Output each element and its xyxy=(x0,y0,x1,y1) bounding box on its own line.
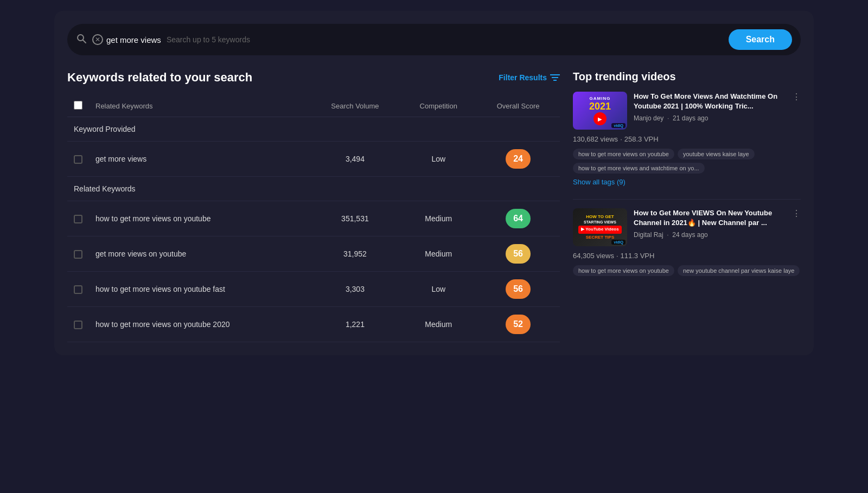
video-meta-1: Manjo dey · 21 days ago xyxy=(634,114,801,122)
table-row: get more views 3,494 Low 24 xyxy=(67,142,560,177)
main-content: Keywords related to your search Filter R… xyxy=(67,71,801,342)
video-divider xyxy=(573,199,801,200)
time-ago-1: 21 days ago xyxy=(673,114,708,122)
competition-cell: Medium xyxy=(400,201,476,236)
keyword-cell: how to get more views on youtube 2020 xyxy=(89,307,309,342)
video-tags-1: how to get more views on youtube youtube… xyxy=(573,149,801,174)
score-badge: 24 xyxy=(506,149,531,169)
group-label-related: Related Keywords xyxy=(67,177,560,201)
time-ago-2: 24 days ago xyxy=(672,231,707,239)
search-bar: ✕ get more views Search up to 5 keywords… xyxy=(67,24,801,55)
show-all-tags-1[interactable]: Show all tags (9) xyxy=(573,178,801,186)
channel-name-2: Digital Raj xyxy=(634,231,663,239)
video-info-2: ⋮ How to Get More VIEWS On New Youtube C… xyxy=(634,208,801,246)
video-tags-2: how to get more views on youtube new you… xyxy=(573,265,801,276)
keyword-tag: ✕ get more views xyxy=(92,34,161,45)
score-cell: 24 xyxy=(476,142,560,177)
volume-cell: 351,531 xyxy=(309,201,400,236)
score-cell: 64 xyxy=(476,201,560,236)
table-row: get more views on youtube 31,952 Medium … xyxy=(67,236,560,272)
section-header: Keywords related to your search Filter R… xyxy=(67,71,560,85)
views-1: 130,682 views xyxy=(573,135,618,143)
vph-1: 258.3 VPH xyxy=(624,135,659,143)
keyword-cell: how to get more views on youtube xyxy=(89,201,309,236)
row-checkbox-cell xyxy=(67,142,89,177)
competition-cell: Low xyxy=(400,142,476,177)
more-options-button-1[interactable]: ⋮ xyxy=(792,92,801,102)
vph-2: 111.3 VPH xyxy=(621,252,655,260)
keywords-section-title: Keywords related to your search xyxy=(67,71,252,85)
row-checkbox-cell xyxy=(67,307,89,342)
tag-item[interactable]: how to get more views on youtube xyxy=(573,149,674,159)
tag-item[interactable]: youtube views kaise laye xyxy=(678,149,755,159)
row-checkbox[interactable] xyxy=(74,285,82,294)
score-cell: 56 xyxy=(476,272,560,307)
search-placeholder: Search up to 5 keywords xyxy=(167,35,723,44)
keyword-text: get more views xyxy=(106,35,161,44)
video-title-2: How to Get More VIEWS On New Youtube Cha… xyxy=(634,208,801,228)
keyword-cell: get more views on youtube xyxy=(89,236,309,272)
video-info-1: ⋮ How To Get More Views And Watchtime On… xyxy=(634,92,801,130)
keyword-cell: get more views xyxy=(89,142,309,177)
search-icon xyxy=(76,33,87,47)
score-cell: 56 xyxy=(476,236,560,272)
video-thumb-2[interactable]: HOW TO GET STARTING VIEWS ▶ YouTube Vide… xyxy=(573,208,627,246)
score-badge: 56 xyxy=(506,244,531,264)
tag-item[interactable]: how to get more views on youtube xyxy=(573,265,674,276)
table-row: how to get more views on youtube 351,531… xyxy=(67,201,560,236)
video-meta-2: Digital Raj · 24 days ago xyxy=(634,231,801,239)
video-top-1: GAMING 2021 ▶ vidIQ ⋮ How To Get More Vi… xyxy=(573,92,801,130)
score-badge: 52 xyxy=(506,315,531,334)
competition-cell: Medium xyxy=(400,307,476,342)
score-cell: 52 xyxy=(476,307,560,342)
video-card-1: GAMING 2021 ▶ vidIQ ⋮ How To Get More Vi… xyxy=(573,92,801,186)
trending-panel: Top trending videos GAMING 2021 ▶ vidIQ xyxy=(573,71,801,342)
channel-name-1: Manjo dey xyxy=(634,114,663,122)
more-options-button-2[interactable]: ⋮ xyxy=(792,208,801,219)
row-checkbox-cell xyxy=(67,272,89,307)
col-header-checkbox xyxy=(67,95,89,117)
group-label-provided: Keyword Provided xyxy=(67,117,560,142)
volume-cell: 3,494 xyxy=(309,142,400,177)
table-row: how to get more views on youtube 2020 1,… xyxy=(67,307,560,342)
row-checkbox[interactable] xyxy=(74,321,82,329)
volume-cell: 31,952 xyxy=(309,236,400,272)
views-2: 64,305 views xyxy=(573,252,614,260)
video-stats-2: 64,305 views·111.3 VPH xyxy=(573,252,801,260)
keywords-section: Keywords related to your search Filter R… xyxy=(67,71,560,342)
search-button[interactable]: Search xyxy=(729,29,792,50)
video-card-2: HOW TO GET STARTING VIEWS ▶ YouTube Vide… xyxy=(573,208,801,276)
volume-cell: 1,221 xyxy=(309,307,400,342)
keyword-cell: how to get more views on youtube fast xyxy=(89,272,309,307)
svg-line-1 xyxy=(83,40,86,43)
video-stats-1: 130,682 views·258.3 VPH xyxy=(573,135,801,143)
tag-item[interactable]: new youtube channel par views kaise laye xyxy=(678,265,800,276)
row-checkbox-cell xyxy=(67,201,89,236)
competition-cell: Low xyxy=(400,272,476,307)
volume-cell: 3,303 xyxy=(309,272,400,307)
tag-item[interactable]: how to get more views and watchtime on y… xyxy=(573,163,705,174)
col-header-competition: Competition xyxy=(400,95,476,117)
keywords-table: Related Keywords Search Volume Competiti… xyxy=(67,95,560,342)
row-checkbox[interactable] xyxy=(74,250,82,259)
row-checkbox[interactable] xyxy=(74,215,82,223)
col-header-keyword: Related Keywords xyxy=(89,95,309,117)
table-header-row: Related Keywords Search Volume Competiti… xyxy=(67,95,560,117)
score-badge: 56 xyxy=(506,279,531,299)
trending-title: Top trending videos xyxy=(573,71,801,83)
filter-results-button[interactable]: Filter Results xyxy=(499,73,560,82)
row-checkbox-cell xyxy=(67,236,89,272)
keyword-close-button[interactable]: ✕ xyxy=(92,34,103,45)
main-container: ✕ get more views Search up to 5 keywords… xyxy=(54,11,814,355)
video-thumb-1[interactable]: GAMING 2021 ▶ vidIQ xyxy=(573,92,627,130)
competition-cell: Medium xyxy=(400,236,476,272)
video-top-2: HOW TO GET STARTING VIEWS ▶ YouTube Vide… xyxy=(573,208,801,246)
select-all-checkbox[interactable] xyxy=(74,101,82,110)
video-title-1: How To Get More Views And Watchtime On Y… xyxy=(634,92,801,111)
col-header-volume: Search Volume xyxy=(309,95,400,117)
col-header-score: Overall Score xyxy=(476,95,560,117)
score-badge: 64 xyxy=(506,209,531,228)
table-row: how to get more views on youtube fast 3,… xyxy=(67,272,560,307)
row-checkbox[interactable] xyxy=(74,155,82,164)
